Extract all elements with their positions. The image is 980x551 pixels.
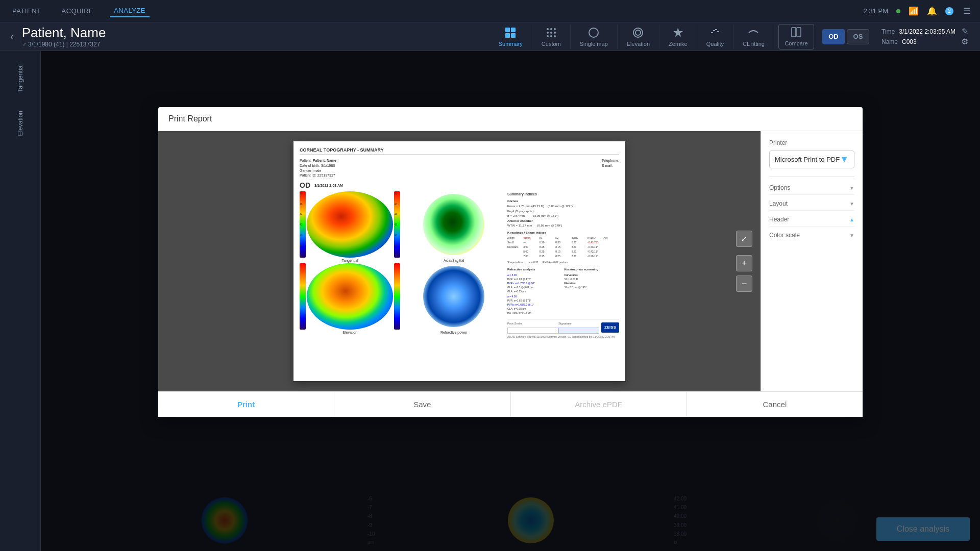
modal-header: Print Report [158, 107, 863, 131]
axial-label-text: Axial/Sagittal [403, 259, 504, 262]
svg-rect-3 [511, 33, 516, 38]
report-header: CORNEAL TOPOGRAPHY - SUMMARY [300, 147, 619, 155]
compare-button[interactable]: Compare [778, 24, 814, 49]
accordion-item-2[interactable]: Layout ▼ [769, 197, 854, 211]
svg-point-15 [635, 30, 641, 35]
sidebar-item-tangential[interactable]: Tangential [0, 55, 40, 102]
svg-point-8 [550, 32, 552, 34]
elevation-label-text: Elevation [300, 331, 400, 334]
main-layout: Tangential Elevation [0, 51, 980, 551]
cl-fitting-icon [747, 27, 760, 39]
menu-icon[interactable]: ☰ [962, 6, 972, 16]
fullscreen-button[interactable]: ⤢ [736, 231, 752, 247]
toolbar-cl-fitting[interactable]: CL fitting [733, 24, 774, 49]
toolbar-zernike[interactable]: Zernike [659, 24, 697, 49]
clock-display: 2:31 PM [864, 7, 888, 15]
scan-info: Time 3/1/2022 2:03:55 AM Name C003 [881, 28, 955, 45]
notification-badge: 2 [945, 7, 953, 15]
printer-value: Microsoft Print to PDF [775, 156, 840, 163]
elevation-icon [632, 27, 644, 39]
summary-label: Summary [499, 41, 523, 47]
zernike-label: Zernike [669, 41, 688, 47]
print-report-modal: Print Report CORNEAL TOPOGRAPHY - SUMMAR… [158, 107, 863, 417]
svg-rect-0 [505, 28, 510, 32]
patient-right-info: Telephone: E-mail: [602, 158, 619, 178]
single-map-label: Single map [580, 41, 608, 47]
toolbar-quality[interactable]: Quality [697, 24, 733, 49]
zoom-controls: ⤢ + − [736, 231, 752, 292]
sidebar-item-elevation[interactable]: Elevation [0, 102, 40, 145]
toolbar-elevation[interactable]: Elevation [618, 24, 659, 49]
settings-icon[interactable]: ⚙ [960, 37, 970, 47]
zernike-icon [672, 27, 684, 39]
cancel-button[interactable]: Cancel [687, 392, 863, 417]
chevron-down-icon: ▼ [840, 154, 849, 165]
status-indicator [896, 9, 900, 13]
report-page: CORNEAL TOPOGRAPHY - SUMMARY Patient: Pa… [293, 141, 625, 381]
accordion-item-3[interactable]: Header ▲ [769, 213, 854, 227]
archive-epdf-button[interactable]: Archive ePDF [511, 392, 687, 417]
svg-point-4 [547, 28, 549, 30]
toolbar-single-map[interactable]: Single map [571, 24, 618, 49]
toolbar-summary[interactable]: Summary [489, 24, 532, 49]
printer-select[interactable]: Microsoft Print to PDF ▼ [769, 151, 854, 168]
wifi-icon[interactable]: 📶 [909, 6, 919, 16]
time-label: Time [881, 28, 895, 35]
svg-point-12 [554, 35, 556, 37]
print-preview-area: CORNEAL TOPOGRAPHY - SUMMARY Patient: Pa… [158, 131, 761, 391]
back-button[interactable]: ‹ [10, 31, 14, 42]
elevation-scale-right [394, 263, 400, 330]
tangential-map-section: 50464442403833 50464442403833 Tangential [300, 191, 400, 344]
left-sidebar: Tangential Elevation [0, 51, 41, 551]
main-content: -6-7-8-9-10 μm 42.0 [41, 51, 980, 551]
elevation-label: Elevation [15, 107, 26, 140]
svg-rect-2 [505, 33, 510, 38]
save-button[interactable]: Save [334, 392, 510, 417]
svg-point-9 [554, 32, 556, 34]
modal-overlay: Print Report CORNEAL TOPOGRAPHY - SUMMAR… [41, 51, 980, 551]
custom-icon [545, 27, 557, 39]
toolbar-custom[interactable]: Custom [532, 24, 571, 49]
nav-analyze[interactable]: ANALYZE [110, 5, 150, 17]
axial-map-circle [423, 194, 484, 255]
od-os-group: OD OS [822, 29, 869, 44]
quality-icon [709, 27, 721, 39]
time-value: 3/1/2022 2:03:55 AM [899, 28, 955, 35]
accordion-section: Options ▼ Layout ▼ Header ▲ [769, 177, 854, 242]
cl-fitting-label: CL fitting [743, 41, 765, 47]
svg-rect-17 [797, 28, 801, 37]
bell-icon[interactable]: 🔔 [927, 6, 937, 16]
nav-right-section: 2:31 PM 📶 🔔 2 ☰ [864, 6, 972, 16]
tangential-scale-right: 50464442403833 [394, 191, 400, 258]
refractive-label-text: Refractive power [403, 331, 504, 334]
modal-body: CORNEAL TOPOGRAPHY - SUMMARY Patient: Pa… [158, 131, 863, 391]
elevation-label: Elevation [627, 41, 650, 47]
summary-indices-section: Summary Indices Cornea Kmax = 7.71 mm (4… [507, 191, 619, 344]
printer-section: Printer Microsoft Print to PDF ▼ [769, 139, 854, 168]
svg-point-10 [547, 35, 549, 37]
zoom-out-button[interactable]: − [736, 276, 752, 292]
svg-point-14 [633, 28, 643, 37]
print-button[interactable]: Print [158, 392, 334, 417]
name-label: Name [881, 38, 898, 45]
accordion-item-1[interactable]: Options ▼ [769, 181, 854, 195]
report-od-label: OD 3/1/2022 2:03 AM [300, 181, 619, 189]
patient-name: Patient, Name [22, 25, 106, 41]
accordion-item-4[interactable]: Color scale ▼ [769, 229, 854, 242]
report-patient-info: Patient: Patient, Name Date of birth: 3/… [300, 158, 619, 178]
nav-acquire[interactable]: ACQUIRE [57, 5, 97, 17]
svg-point-7 [547, 32, 549, 34]
svg-rect-1 [511, 28, 516, 32]
od-button[interactable]: OD [822, 29, 845, 44]
edit-icon[interactable]: ✎ [960, 27, 970, 37]
toolbar-icons: Summary Custom Single map [489, 24, 970, 49]
svg-point-11 [550, 35, 552, 37]
zeiss-logo: ZEISS [601, 322, 619, 333]
nav-patient[interactable]: PATIENT [8, 5, 45, 17]
svg-point-13 [589, 28, 598, 37]
tangential-map-circle [307, 191, 393, 258]
sub-header: ‹ Patient, Name ♂ 3/1/1980 (41) | 225137… [0, 22, 980, 51]
zoom-in-button[interactable]: + [736, 255, 752, 271]
tangential-label: Tangential [15, 60, 26, 96]
os-button[interactable]: OS [847, 29, 869, 44]
